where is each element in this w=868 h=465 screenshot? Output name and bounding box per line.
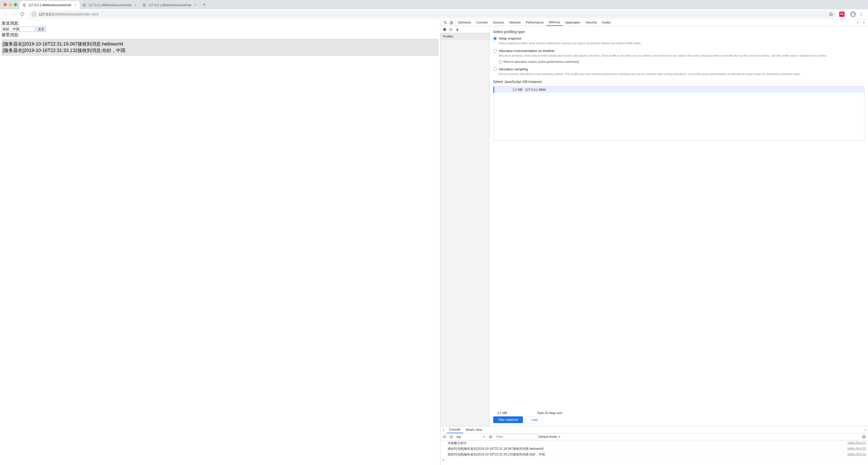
load-button[interactable]: Load xyxy=(526,416,543,423)
recv-message: [服务器在]2019-10-16T22:31:33.132接收到消息:你好，中国 xyxy=(3,47,438,54)
tab-bar: 127.0.0.1:8848/websocket/inde127.0.0.1:8… xyxy=(0,0,868,9)
console-toolbar: top ▼ Default levels ▼ xyxy=(440,433,868,440)
take-snapshot-button[interactable]: Take snapshot xyxy=(493,416,523,423)
close-tab-icon[interactable] xyxy=(193,3,197,7)
live-expression-icon[interactable] xyxy=(488,434,493,439)
log-source[interactable]: index.html:31 xyxy=(847,447,866,451)
console-filter-input[interactable] xyxy=(495,434,537,439)
heap-label: Total JS heap size xyxy=(537,411,562,415)
memory-actions: Take snapshot Load xyxy=(490,416,868,426)
option-desc: Allocation timelines show instrumented J… xyxy=(499,54,865,58)
option-row[interactable]: Allocation instrumentation on timeline xyxy=(493,49,865,53)
devtools-tab-audits[interactable]: Audits xyxy=(599,19,613,26)
svg-point-12 xyxy=(858,22,858,23)
send-label: 发送消息: xyxy=(2,21,439,26)
option-desc: Heap snapshot profiles show memory distr… xyxy=(499,41,865,45)
device-toolbar-icon[interactable] xyxy=(449,20,454,25)
main-area: 发送消息: 发送 接受消息: [服务器在]2019-10-16T22:31:16… xyxy=(0,19,868,465)
url-bar[interactable]: i 127.0.0.1:8848/websocket/index.html xyxy=(29,10,836,18)
bookmark-icon[interactable] xyxy=(829,12,833,16)
devtools-close-icon[interactable] xyxy=(861,20,866,25)
option-radio[interactable] xyxy=(493,49,497,53)
close-window-icon[interactable] xyxy=(4,3,7,6)
profiling-type-heading: Select profiling type xyxy=(493,30,865,34)
log-levels-selector[interactable]: Default levels ▼ xyxy=(539,435,561,439)
console-drawer: ConsoleWhat's New top ▼ xyxy=(440,426,868,465)
record-icon[interactable] xyxy=(443,28,446,31)
maximize-window-icon[interactable] xyxy=(14,3,17,6)
send-button[interactable]: 发送 xyxy=(36,27,46,32)
browser-tab[interactable]: 127.0.0.1:8848/websocket/inde xyxy=(140,1,199,9)
devtools-tab-performance[interactable]: Performance xyxy=(523,19,547,26)
console-sidebar-icon[interactable] xyxy=(442,434,447,439)
profile-avatar[interactable] xyxy=(850,11,856,17)
option-radio[interactable] xyxy=(493,37,497,40)
globe-icon xyxy=(22,3,26,7)
profiling-option: Heap snapshotHeap snapshot profiles show… xyxy=(493,36,865,45)
clear-icon[interactable] xyxy=(449,27,453,32)
svg-point-4 xyxy=(852,13,854,14)
drawer-tab-console[interactable]: Console xyxy=(447,427,463,433)
log-icon xyxy=(442,441,448,445)
forward-button[interactable] xyxy=(10,10,18,18)
context-selector[interactable]: top ▼ xyxy=(456,435,487,439)
option-checkbox-label: Record allocation stacks (extra performa… xyxy=(503,60,579,64)
svg-point-21 xyxy=(863,436,864,437)
minimize-window-icon[interactable] xyxy=(9,3,12,6)
log-source[interactable]: index.html:22 xyxy=(847,441,866,445)
devtools-tab-console[interactable]: Console xyxy=(474,19,490,26)
recv-box: [服务器在]2019-10-16T22:31:16.067接收到消息:hello… xyxy=(2,39,439,56)
site-info-icon[interactable]: i xyxy=(32,12,36,16)
svg-point-13 xyxy=(858,23,858,24)
devtools-tab-memory[interactable]: Memory xyxy=(546,19,562,26)
browser-tab[interactable]: 127.0.0.1:8848/websocket/inde xyxy=(80,1,140,9)
console-prompt[interactable]: > xyxy=(440,458,868,462)
drawer-tab-what-s-new[interactable]: What's New xyxy=(463,427,485,433)
console-settings-icon[interactable] xyxy=(861,434,866,439)
message-input[interactable] xyxy=(2,27,35,32)
browser-tab[interactable]: 127.0.0.1:8848/websocket/inde xyxy=(20,1,80,9)
vm-row[interactable]: 3.2 MB 127.0.0.1:8848 xyxy=(493,87,864,93)
option-row[interactable]: Heap snapshot xyxy=(493,36,865,40)
globe-icon xyxy=(82,3,86,7)
devtools-tabs: ElementsConsoleSourcesNetworkPerformance… xyxy=(440,19,868,26)
url-text: 127.0.0.1:8848/websocket/index.html xyxy=(39,12,826,16)
option-radio[interactable] xyxy=(493,67,497,71)
console-body: 连接建立成功index.html:22接收到消息[服务器在]2019-10-16… xyxy=(440,440,868,465)
extension-badge[interactable]: FE xyxy=(839,12,844,17)
option-checkbox[interactable] xyxy=(499,60,502,63)
divider xyxy=(847,12,847,17)
close-tab-icon[interactable] xyxy=(133,3,137,7)
heap-stats: 3.2 MB Total JS heap size xyxy=(490,409,868,416)
option-title: Allocation sampling xyxy=(499,67,528,71)
svg-marker-3 xyxy=(829,12,833,16)
option-title: Heap snapshot xyxy=(499,36,521,40)
toolbar: i 127.0.0.1:8848/websocket/index.html FE xyxy=(0,9,868,19)
devtools-tab-network[interactable]: Network xyxy=(507,19,523,26)
devtools-tab-elements[interactable]: Elements xyxy=(456,19,474,26)
option-row[interactable]: Allocation sampling xyxy=(493,67,865,71)
reload-button[interactable] xyxy=(19,10,26,18)
profiles-section[interactable]: Profiles xyxy=(440,33,489,40)
svg-point-6 xyxy=(861,14,862,14)
devtools-tab-security[interactable]: Security xyxy=(583,19,599,26)
memory-content: Select profiling type Heap snapshotHeap … xyxy=(490,26,868,409)
log-message: 接收到消息[服务器在]2019-10-16T22:31:33.132接收到消息:… xyxy=(448,452,847,457)
drawer-menu-icon[interactable] xyxy=(440,428,447,432)
memory-toolbar xyxy=(440,26,489,33)
devtools-menu-icon[interactable] xyxy=(855,20,860,25)
devtools-tab-sources[interactable]: Sources xyxy=(490,19,507,26)
new-tab-button[interactable]: + xyxy=(200,1,208,8)
log-source[interactable]: index.html:31 xyxy=(847,452,866,457)
clear-console-icon[interactable] xyxy=(449,434,454,439)
console-log: 接收到消息[服务器在]2019-10-16T22:31:16.067接收到消息:… xyxy=(440,446,868,452)
drawer-close-icon[interactable] xyxy=(862,429,868,431)
close-tab-icon[interactable] xyxy=(73,3,77,7)
devtools-tab-application[interactable]: Application xyxy=(563,19,583,26)
delete-icon[interactable] xyxy=(456,27,460,32)
inspect-element-icon[interactable] xyxy=(443,20,448,25)
back-button[interactable] xyxy=(2,10,9,18)
option-checkbox-row[interactable]: Record allocation stacks (extra performa… xyxy=(499,60,865,64)
chrome-menu-icon[interactable] xyxy=(858,10,865,18)
chevron-down-icon: ▼ xyxy=(558,436,561,438)
